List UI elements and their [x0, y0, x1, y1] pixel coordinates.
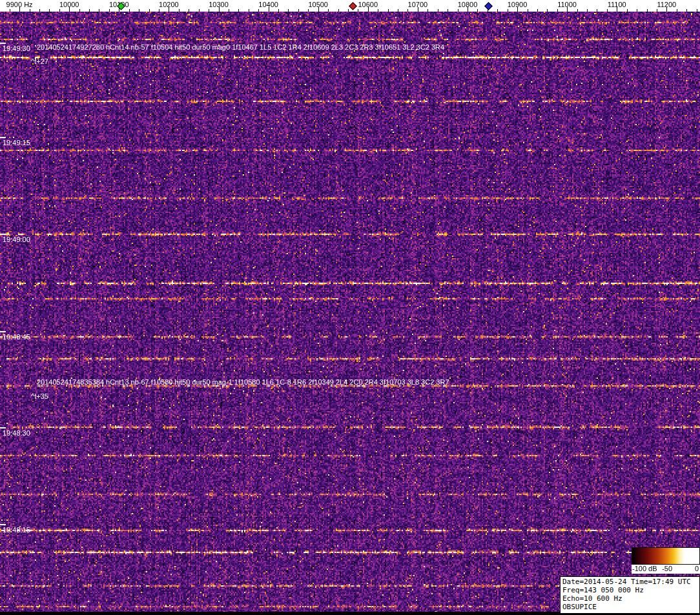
color-scale-gradient	[632, 547, 700, 565]
freq-tick-minor	[129, 9, 130, 12]
freq-tick-minor	[189, 9, 189, 12]
freq-tick-minor	[697, 9, 697, 12]
freq-tick-minor	[657, 9, 657, 12]
freq-tick-minor	[10, 9, 10, 12]
freq-axis-label: 11200	[657, 1, 676, 8]
freq-axis-label: 9900 Hz	[6, 1, 33, 8]
freq-tick-minor	[438, 9, 438, 12]
freq-tick-minor	[59, 9, 60, 12]
freq-tick-minor	[557, 9, 558, 12]
freq-axis-label: 10900	[508, 1, 528, 8]
freq-tick-minor	[378, 9, 378, 12]
freq-tick-minor	[388, 9, 389, 12]
freq-tick-minor	[199, 9, 200, 12]
scale-label-max: 0	[695, 565, 699, 572]
freq-tick-minor	[547, 9, 548, 12]
freq-tick-minor	[448, 9, 448, 12]
freq-tick-minor	[348, 9, 349, 12]
freq-tick-minor	[258, 9, 259, 12]
freq-tick-minor	[497, 9, 498, 12]
freq-tick-minor	[49, 9, 50, 12]
freq-tick-minor	[637, 9, 637, 12]
frequency-axis: 9900 Hz100001010010200103001040010500106…	[0, 0, 700, 12]
freq-axis-label: 10400	[258, 1, 278, 8]
freq-tick-minor	[249, 9, 249, 12]
freq-axis-label: 10600	[358, 1, 378, 8]
freq-tick-minor	[288, 9, 289, 12]
freq-tick-minor	[89, 9, 90, 12]
info-line-frequency: Freq=143 050 000 Hz	[562, 586, 697, 594]
freq-axis-label: 10300	[209, 1, 229, 8]
spectrogram-canvas	[0, 12, 700, 615]
freq-tick-minor	[587, 9, 588, 12]
freq-tick-minor	[139, 9, 139, 12]
freq-tick-minor	[229, 9, 229, 12]
freq-axis-label: 10000	[59, 1, 79, 8]
scale-label-min: -100 dB	[632, 565, 657, 572]
freq-tick-minor	[528, 9, 528, 12]
info-box: Date=2014-05-24 Time=17:49 UTC Freq=143 …	[560, 576, 700, 614]
freq-tick-minor	[407, 9, 408, 12]
freq-axis-label: 11100	[608, 1, 626, 8]
freq-tick-minor	[358, 9, 358, 12]
freq-tick-minor	[99, 9, 99, 12]
freq-axis-label: 10800	[458, 1, 478, 8]
freq-tick-minor	[30, 9, 30, 12]
freq-tick-minor	[308, 9, 309, 12]
freq-tick-minor	[338, 9, 339, 12]
freq-tick-minor	[398, 9, 398, 12]
color-scale: -100 dB -50 0	[632, 547, 700, 574]
freq-tick-minor	[159, 9, 160, 12]
freq-tick-minor	[458, 9, 458, 12]
scale-label-mid: -50	[662, 565, 672, 572]
blue-diamond-marker	[484, 2, 493, 10]
info-line-datetime: Date=2014-05-24 Time=17:49 UTC	[562, 578, 697, 586]
freq-tick-minor	[607, 9, 608, 12]
freq-tick-minor	[427, 9, 428, 12]
info-line-station: OBSUPICE	[562, 603, 697, 611]
freq-tick-minor	[149, 9, 150, 12]
freq-tick-minor	[627, 9, 628, 12]
freq-tick-minor	[477, 9, 478, 12]
red-diamond-marker	[349, 2, 357, 10]
freq-tick-minor	[677, 9, 677, 12]
freq-tick-minor	[238, 9, 239, 12]
freq-tick-minor	[209, 9, 209, 12]
info-line-echo: Echo=10 600 Hz	[562, 594, 697, 603]
freq-tick-minor	[647, 9, 648, 12]
freq-axis-label: 10200	[159, 1, 179, 8]
freq-tick-minor	[328, 9, 329, 12]
freq-tick-minor	[508, 9, 508, 12]
freq-tick-minor	[537, 9, 538, 12]
freq-tick-minor	[278, 9, 279, 12]
freq-tick-minor	[39, 9, 40, 12]
freq-axis-label: 10500	[308, 1, 328, 8]
freq-tick-minor	[597, 9, 597, 12]
freq-tick-minor	[109, 9, 110, 12]
freq-tick-minor	[686, 9, 687, 12]
freq-tick-minor	[577, 9, 578, 12]
freq-axis-label: 10700	[408, 1, 428, 8]
freq-axis-label: 11000	[557, 1, 577, 8]
app-root: 9900 Hz100001010010200103001040010500106…	[0, 0, 700, 615]
freq-tick-minor	[298, 9, 299, 12]
freq-tick-minor	[179, 9, 180, 12]
color-scale-labels: -100 dB -50 0	[632, 565, 700, 574]
freq-tick-minor	[79, 9, 80, 12]
